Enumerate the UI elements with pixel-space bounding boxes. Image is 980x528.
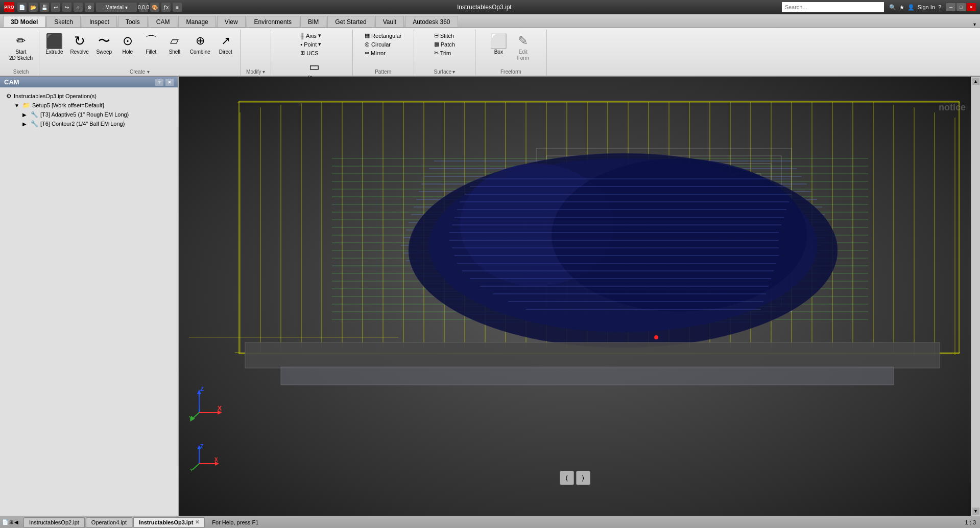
hole-button[interactable]: ⊙ Hole (117, 32, 138, 56)
axis-arrow[interactable]: ▾ (318, 32, 321, 39)
open-button[interactable]: 📂 (29, 3, 38, 12)
modify-group-label: Modify ▾ (246, 69, 265, 76)
right-scrollbar[interactable]: ▲ ▼ (971, 77, 980, 516)
direct-button[interactable]: ↗ Direct (216, 32, 236, 56)
tab-get-started[interactable]: Get Started (327, 16, 374, 27)
axis-button[interactable]: ╫ Axis ▾ (299, 32, 323, 39)
start-sketch-button[interactable]: ✏ Start2D Sketch (7, 32, 35, 62)
tab-view[interactable]: View (217, 16, 246, 27)
tab-vault[interactable]: Vault (375, 16, 404, 27)
edit-form-button[interactable]: ✎ EditForm (513, 32, 533, 62)
doc-tab-0[interactable]: InstructablesOp2.ipt (23, 517, 85, 527)
tree-op2-item[interactable]: ▶ 🔧 [T6] Contour2 (1/4" Ball EM Long) (4, 119, 174, 128)
tab-inspect[interactable]: Inspect (82, 16, 117, 27)
expand-ribbon-icon[interactable]: ▾ (969, 21, 980, 27)
tab-3d-model[interactable]: 3D Model (3, 16, 45, 27)
maximize-button[interactable]: □ (957, 3, 966, 11)
shell-button[interactable]: ▱ Shell (164, 32, 185, 56)
extra-button[interactable]: ≡ (173, 3, 182, 12)
save-button[interactable]: 💾 (40, 3, 49, 12)
viewport-btn-2[interactable]: ⟩ (576, 471, 590, 485)
color-button[interactable]: 🎨 (150, 3, 159, 12)
tab-scroll-left[interactable]: ◀ (14, 519, 18, 525)
revolve-button[interactable]: ↻ Revolve (68, 32, 91, 56)
bookmark-icon[interactable]: ★ (899, 4, 904, 11)
circular-button[interactable]: ◎ Circular (363, 40, 392, 48)
redo-button[interactable]: ↪ (62, 3, 71, 12)
stitch-button[interactable]: ⊟ Stitch (433, 32, 456, 39)
revolve-icon: ↻ (71, 33, 88, 49)
global-search-input[interactable] (782, 2, 884, 12)
tree-setup-item[interactable]: ▼ 📁 Setup5 [Work offset=Default] (4, 101, 174, 110)
tree-root-item[interactable]: ⚙ InstructablesOp3.ipt Operation(s) (4, 91, 174, 101)
tree-op1-item[interactable]: ▶ 🔧 [T3] Adaptive5 (1" Rough EM Long) (4, 110, 174, 119)
profile-icon[interactable]: 👤 (907, 4, 915, 11)
settings-button[interactable]: ⚙ (85, 3, 94, 12)
scroll-down-button[interactable]: ▼ (972, 508, 979, 515)
axis-icon: ╫ (300, 33, 304, 39)
ucs-button[interactable]: ⊞ UCS (299, 49, 323, 57)
cam-panel-controls: ? ✕ (155, 79, 174, 86)
tab-sketch[interactable]: Sketch (46, 16, 81, 27)
close-button[interactable]: ✕ (967, 3, 976, 11)
op1-expand-icon[interactable]: ▶ (22, 112, 29, 118)
param-button[interactable]: ƒx (161, 3, 171, 12)
direct-icon: ↗ (218, 33, 234, 49)
doc-tab-1[interactable]: Operation4.ipt (86, 517, 132, 527)
undo-button[interactable]: ↩ (51, 3, 60, 12)
fillet-button[interactable]: ⌒ Fillet (141, 32, 161, 56)
status-text: For Help, press F1 (212, 519, 258, 525)
work-features-col1: ╫ Axis ▾ • Point ▾ ⊞ UCS (299, 32, 323, 57)
box-icon: ⬜ (490, 33, 507, 49)
tab-autodesk-360[interactable]: Autodesk 360 (405, 16, 458, 27)
extrude-button[interactable]: ⬛ Extrude (43, 32, 65, 56)
titlebar-right-controls: 🔍 ★ 👤 Sign In ? (889, 4, 941, 11)
point-arrow[interactable]: ▾ (318, 41, 321, 48)
ribbon-group-surface: ⊟ Stitch ▩ Patch ✂ Trim Surface ▾ (414, 30, 475, 76)
tab-bim[interactable]: BIM (300, 16, 326, 27)
ribbon-group-sketch: ✏ Start2D Sketch Sketch (3, 30, 39, 76)
tab-environments[interactable]: Environments (247, 16, 299, 27)
help-icon[interactable]: ? (938, 4, 941, 10)
op1-icon: 🔧 (31, 111, 38, 118)
signin-label[interactable]: Sign In (918, 4, 935, 10)
rectangular-icon: ▦ (365, 32, 370, 39)
cam-panel-close[interactable]: ✕ (165, 79, 174, 86)
tab-page-icon[interactable]: 📄 (2, 519, 8, 525)
search-icon[interactable]: 🔍 (889, 4, 896, 11)
mirror-button[interactable]: ⇔ Mirror (363, 49, 387, 57)
viewport-btn-1[interactable]: ⟨ (560, 471, 574, 485)
tab-cam[interactable]: CAM (149, 16, 178, 27)
viewport-overlay-buttons: ⟨ ⟩ (560, 471, 590, 485)
material-dropdown[interactable]: Material ▾ (96, 3, 137, 12)
tab-manage[interactable]: Manage (178, 16, 216, 27)
shell-icon: ▱ (166, 33, 183, 49)
sweep-button[interactable]: 〜 Sweep (94, 32, 114, 56)
new-button[interactable]: 📄 (17, 3, 27, 12)
status-bar: For Help, press F1 (208, 519, 965, 525)
tab-tools[interactable]: Tools (118, 16, 148, 27)
scroll-up-button[interactable]: ▲ (972, 78, 979, 85)
viewport[interactable]: Z X Y Z X Y (179, 77, 971, 516)
patch-button[interactable]: ▩ Patch (433, 40, 457, 48)
op2-expand-icon[interactable]: ▶ (22, 121, 29, 127)
point-button[interactable]: • Point ▾ (299, 40, 323, 48)
modify-dropdown-arrow[interactable]: ▾ (262, 69, 265, 75)
svg-text:X: X (218, 405, 222, 412)
ribbon-group-work-features: ╫ Axis ▾ • Point ▾ ⊞ UCS ▭ Plane Work F (271, 30, 353, 76)
circular-icon: ◎ (365, 41, 370, 48)
cam-panel-help[interactable]: ? (155, 79, 163, 86)
rectangular-button[interactable]: ▦ Rectangular (363, 32, 403, 39)
home-button[interactable]: ⌂ (74, 3, 83, 12)
doc-tab-2-close[interactable]: ✕ (195, 519, 199, 525)
setup-expand-icon[interactable]: ▼ (14, 103, 20, 108)
tab-layout-icon[interactable]: ⊞ (9, 519, 13, 525)
trim-button[interactable]: ✂ Trim (433, 49, 453, 57)
combine-button[interactable]: ⊕ Combine (188, 32, 212, 56)
sweep-icon: 〜 (96, 33, 112, 49)
minimize-button[interactable]: ─ (946, 3, 955, 11)
box-button[interactable]: ⬜ Box (488, 32, 509, 56)
create-dropdown-arrow[interactable]: ▾ (147, 69, 150, 75)
doc-tab-2[interactable]: InstructablesOp3.ipt ✕ (133, 517, 205, 527)
surface-dropdown-arrow[interactable]: ▾ (452, 69, 455, 75)
